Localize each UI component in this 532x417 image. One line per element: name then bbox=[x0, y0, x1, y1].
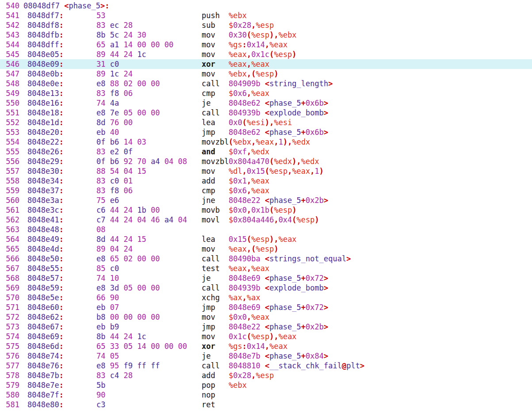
code-line[interactable]: 5678048e55:85 c0test%eax,%eax bbox=[0, 264, 532, 273]
code-line[interactable]: 5458048e05:89 44 24 1cmov%eax,0x1c(%esp) bbox=[0, 50, 532, 59]
operands: (%ebx,%eax,1),%edx bbox=[229, 137, 532, 147]
code-line[interactable]: 5718048e60:eb 07jmp8048e69 <phase_5+0x72… bbox=[0, 302, 532, 312]
code-line[interactable]: 5548048e22:0f b6 14 03movzbl(%ebx,%eax,1… bbox=[0, 137, 532, 147]
mnemonic: jmp bbox=[202, 302, 229, 312]
code-line[interactable]: 5438048dfb:8b 5c 24 30mov0x30(%esp),%ebx bbox=[0, 30, 532, 40]
code-line[interactable]: 5628048e41:c7 44 24 04 46 a4 04movl$0x80… bbox=[0, 215, 532, 225]
line-number: 568 bbox=[0, 273, 19, 283]
code-line[interactable]: 5778048e76:e8 95 f9 ff ffcall8048810 <__… bbox=[0, 361, 532, 371]
code-line[interactable]: 5528048e1d:8d 76 00lea0x0(%esi),%esi bbox=[0, 118, 532, 127]
line-number: 546 bbox=[0, 59, 19, 69]
operands: $0x0,%eax bbox=[229, 312, 532, 322]
operands: %gs:0x14,%eax bbox=[229, 341, 532, 351]
code-line[interactable]: 5758048e6d:65 33 05 14 00 00 00xor%gs:0x… bbox=[0, 341, 532, 351]
instruction-address: 8048e13: bbox=[27, 88, 96, 98]
code-line[interactable]: 5768048e74:74 05je8048e7b <phase_5+0x84> bbox=[0, 351, 532, 361]
mnemonic: push bbox=[202, 11, 229, 20]
code-line[interactable]: 5608048e3a:75 e6jne8048e22 <phase_5+0x2b… bbox=[0, 195, 532, 205]
machine-code-bytes: e8 65 02 00 00 bbox=[96, 254, 202, 264]
code-line[interactable]: 5638048e48:08 bbox=[0, 225, 532, 234]
machine-code-bytes: 83 e2 0f bbox=[96, 147, 202, 157]
line-number: 560 bbox=[0, 195, 19, 205]
code-line[interactable]: 5818048e80:c3ret bbox=[0, 400, 532, 409]
instruction-address: 8048e60: bbox=[27, 302, 96, 312]
function-label: 08048df7 <phase_5>: bbox=[23, 1, 110, 11]
code-line[interactable]: 5708048e5e:66 90xchg%ax,%ax bbox=[0, 293, 532, 302]
code-line[interactable]: 5568048e29:0f b6 92 70 a4 04 08movzbl0x8… bbox=[0, 157, 532, 166]
code-line[interactable]: 5788048e7b:83 c4 28add$0x28,%esp bbox=[0, 371, 532, 380]
code-line[interactable]: 5668048e50:e8 65 02 00 00call80490ba <st… bbox=[0, 254, 532, 264]
operands: 0x1c(%esp),%eax bbox=[229, 332, 532, 341]
instruction-address: 8048e48: bbox=[27, 225, 96, 234]
code-line[interactable]: 5738048e67:eb b9jmp8048e22 <phase_5+0x2b… bbox=[0, 322, 532, 332]
code-line[interactable]: 5698048e59:e8 3d 05 00 00call804939b <ex… bbox=[0, 283, 532, 293]
code-line[interactable]: 5558048e26:83 e2 0fand$0xf,%edx bbox=[0, 147, 532, 157]
mnemonic: je bbox=[202, 273, 229, 283]
code-line[interactable]: 5748048e69:8b 44 24 1cmov0x1c(%esp),%eax bbox=[0, 332, 532, 341]
code-line[interactable]: 5618048e3c:c6 44 24 1b 00movb$0x0,0x1b(%… bbox=[0, 205, 532, 215]
operands: $0xf,%edx bbox=[229, 147, 532, 157]
code-line[interactable]: 5488048e0e:e8 88 02 00 00call804909b <st… bbox=[0, 79, 532, 88]
operands: %ebx,(%esp) bbox=[229, 69, 532, 79]
instruction-address: 8048e4d: bbox=[27, 244, 96, 254]
instruction-address: 8048e49: bbox=[27, 234, 96, 244]
instruction-address: 8048e3c: bbox=[27, 205, 96, 215]
operands: %eax,%eax bbox=[229, 59, 532, 69]
mnemonic: lea bbox=[202, 234, 229, 244]
instruction-address: 8048e57: bbox=[27, 273, 96, 283]
code-line[interactable]: 5808048e7f:90nop bbox=[0, 390, 532, 400]
code-line[interactable]: 5518048e18:e8 7e 05 00 00call804939b <ex… bbox=[0, 108, 532, 118]
code-line[interactable]: 5478048e0b:89 1c 24mov%ebx,(%esp) bbox=[0, 69, 532, 79]
instruction-address: 8048e20: bbox=[27, 127, 96, 137]
line-number: 561 bbox=[0, 205, 19, 215]
code-line[interactable]: 5798048e7e:5bpop%ebx bbox=[0, 380, 532, 390]
code-line[interactable]: 5418048df7:53push%ebx bbox=[0, 11, 532, 20]
operands: 8048e22 <phase_5+0x2b> bbox=[229, 195, 532, 205]
code-line[interactable]: 5688048e57:74 10je8048e69 <phase_5+0x72> bbox=[0, 273, 532, 283]
code-line[interactable]: 5538048e20:eb 40jmp8048e62 <phase_5+0x6b… bbox=[0, 127, 532, 137]
line-number: 540 bbox=[0, 1, 19, 11]
code-line[interactable]: 5508048e16:74 4aje8048e62 <phase_5+0x6b> bbox=[0, 98, 532, 108]
operands: %eax,%eax bbox=[229, 264, 532, 273]
operands: $0x0,0x1b(%esp) bbox=[229, 205, 532, 215]
line-number: 541 bbox=[0, 11, 19, 20]
code-line[interactable]: 5428048df8:83 ec 28sub$0x28,%esp bbox=[0, 20, 532, 30]
operands: %eax,(%esp) bbox=[229, 244, 532, 254]
instruction-address: 8048dfb: bbox=[27, 30, 96, 40]
instruction-address: 8048e0b: bbox=[27, 69, 96, 79]
instruction-address: 8048e76: bbox=[27, 361, 96, 371]
line-number: 557 bbox=[0, 166, 19, 176]
instruction-address: 8048e0e: bbox=[27, 79, 96, 88]
mnemonic: pop bbox=[202, 380, 229, 390]
code-line[interactable]: 5658048e4d:89 04 24mov%eax,(%esp) bbox=[0, 244, 532, 254]
machine-code-bytes: 8d 44 24 15 bbox=[96, 234, 202, 244]
mnemonic: xor bbox=[202, 341, 229, 351]
code-line-highlighted[interactable]: 5468048e09:31 c0xor%eax,%eax bbox=[0, 59, 532, 69]
code-line[interactable]: 5578048e30:88 54 04 15mov%dl,0x15(%esp,%… bbox=[0, 166, 532, 176]
machine-code-bytes: 65 33 05 14 00 00 00 bbox=[96, 341, 202, 351]
code-area[interactable]: 54008048df7 <phase_5>:5418048df7:53push%… bbox=[0, 1, 532, 409]
code-line[interactable]: 54008048df7 <phase_5>: bbox=[0, 1, 532, 11]
mnemonic: jmp bbox=[202, 322, 229, 332]
instruction-address: 8048e74: bbox=[27, 351, 96, 361]
operands: $0x6,%eax bbox=[229, 88, 532, 98]
line-number: 556 bbox=[0, 157, 19, 166]
instruction-address: 8048e34: bbox=[27, 176, 96, 186]
mnemonic: cmp bbox=[202, 88, 229, 98]
code-line[interactable]: 5598048e37:83 f8 06cmp$0x6,%eax bbox=[0, 186, 532, 195]
machine-code-bytes: 83 c0 01 bbox=[96, 176, 202, 186]
code-line[interactable]: 5448048dff:65 a1 14 00 00 00mov%gs:0x14,… bbox=[0, 40, 532, 50]
operands: 8048e69 <phase_5+0x72> bbox=[229, 302, 532, 312]
line-number: 579 bbox=[0, 380, 19, 390]
code-line[interactable]: 5588048e34:83 c0 01add$0x1,%eax bbox=[0, 176, 532, 186]
code-line[interactable]: 5498048e13:83 f8 06cmp$0x6,%eax bbox=[0, 88, 532, 98]
code-line[interactable]: 5728048e62:b8 00 00 00 00mov$0x0,%eax bbox=[0, 312, 532, 322]
mnemonic: mov bbox=[202, 69, 229, 79]
disassembly-editor[interactable]: 54008048df7 <phase_5>:5418048df7:53push%… bbox=[0, 0, 532, 417]
line-number: 571 bbox=[0, 302, 19, 312]
code-line[interactable]: 5648048e49:8d 44 24 15lea0x15(%esp),%eax bbox=[0, 234, 532, 244]
machine-code-bytes: c3 bbox=[96, 400, 202, 409]
instruction-address: 8048e50: bbox=[27, 254, 96, 264]
line-number: 545 bbox=[0, 50, 19, 59]
instruction-address: 8048e1d: bbox=[27, 118, 96, 127]
